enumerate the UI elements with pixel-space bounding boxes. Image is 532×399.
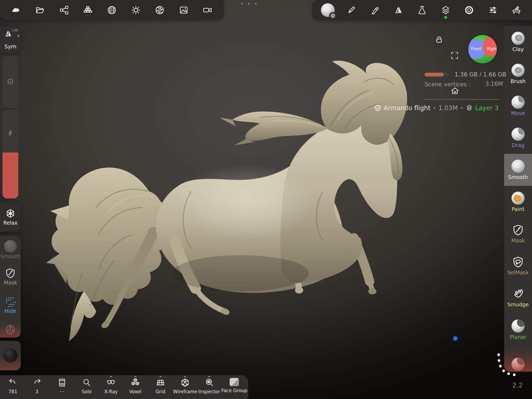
material-preview-panel[interactable] [0, 341, 21, 370]
redo-button[interactable]: 3 [25, 378, 49, 395]
quick-tools-panel: Smooth Mask Hide [0, 236, 21, 338]
paint-brush-icon [511, 192, 525, 205]
redo-count: 3 [36, 389, 39, 395]
quick-mask-label: Mask [4, 280, 17, 286]
memory-bar [425, 73, 449, 77]
facegroup-button[interactable]: Face Group [223, 378, 246, 394]
symmetry-toggle-panel[interactable]: L/W Sym [0, 27, 21, 53]
file-toolbar: ··· [0, 0, 224, 20]
radius-slider[interactable] [2, 56, 18, 108]
journal-icon [57, 378, 67, 387]
relax-web-icon [5, 208, 16, 219]
intensity-slider[interactable] [2, 110, 18, 198]
tool-brush[interactable]: Brush [504, 58, 532, 90]
facegroup-swatch-icon [230, 378, 239, 386]
grid-button[interactable]: Grid [149, 378, 172, 395]
magnifier-icon [82, 378, 91, 387]
wireframe-hex-icon [180, 378, 190, 387]
tool-smooth[interactable]: Smooth [504, 154, 532, 186]
layers-button[interactable] [438, 2, 454, 18]
painting-button[interactable] [367, 2, 383, 18]
tool-mask[interactable]: Mask [504, 218, 532, 250]
voxel-caret-icon[interactable] [134, 375, 137, 377]
lock-view-button[interactable] [431, 32, 447, 48]
undo-button[interactable]: 781 [1, 378, 25, 395]
voxel-cubes-icon [131, 378, 140, 387]
tool-planar[interactable]: Planar [504, 314, 532, 346]
object-dot-1: • [433, 105, 436, 111]
grid-icon [156, 378, 165, 387]
xray-caret-icon[interactable] [110, 375, 112, 377]
solo-button[interactable]: Solo [75, 378, 98, 395]
wireframe-caret-icon[interactable] [184, 375, 186, 377]
touch-indicator-dot [453, 336, 457, 341]
memory-bar-fill [425, 73, 444, 77]
stats-separator [425, 99, 498, 100]
grid-caret-icon[interactable] [159, 375, 162, 377]
current-brush-button[interactable] [320, 2, 336, 18]
inspector-caret-icon[interactable] [208, 375, 211, 377]
tool-paint[interactable]: Paint [504, 186, 532, 218]
brush-brush-icon [511, 64, 525, 77]
quick-mask-tool[interactable]: Mask [0, 268, 21, 286]
mask-shield-brush-icon [512, 224, 524, 236]
inspector-button[interactable]: Inspector [197, 378, 221, 395]
gear-icon [464, 5, 474, 15]
orientation-navball[interactable]: Front Right [468, 35, 497, 63]
share-nodes-icon [59, 5, 69, 15]
tool-drag-label: Drag [512, 142, 524, 148]
quick-smooth-tool[interactable]: Smooth [0, 240, 21, 259]
record-button[interactable] [200, 2, 215, 18]
postprocess-button[interactable] [152, 2, 168, 18]
voxel-button[interactable]: Voxel [124, 378, 147, 395]
stroke-more-indicator: ··· [349, 15, 354, 17]
interface-button[interactable]: ··· [485, 2, 501, 18]
xray-button[interactable]: X-Ray [99, 378, 123, 395]
gizmo-tool[interactable] [0, 324, 21, 336]
xray-label: X-Ray [104, 389, 118, 395]
wireframe-button[interactable]: Wireframe [173, 378, 197, 395]
history-button[interactable]: ··· [50, 378, 74, 395]
materials-button[interactable]: ··· [80, 2, 96, 18]
tool-smudge[interactable]: Smudge [504, 282, 532, 314]
tools-button[interactable] [508, 2, 524, 18]
active-layer-label[interactable]: Layer 3 [475, 104, 499, 112]
image-icon [179, 5, 189, 15]
tool-brush-label: Brush [511, 78, 526, 84]
active-object-row[interactable]: Armando flight • 1.03M • Layer 3 [374, 104, 499, 112]
fullscreen-button[interactable] [447, 48, 463, 63]
symmetry-button[interactable] [391, 2, 407, 18]
matcap-sphere-icon [107, 5, 117, 15]
files-button[interactable] [32, 2, 48, 18]
pencil-icon [346, 5, 356, 15]
scene-vertices-label: Scene vertices： [425, 81, 472, 88]
fullscreen-icon [450, 51, 459, 60]
tool-move[interactable]: Move [504, 90, 532, 122]
relax-tool-button[interactable]: Relax [0, 202, 21, 232]
horse-sculpture[interactable] [46, 61, 407, 341]
lighting-button[interactable] [128, 2, 144, 18]
sculpt-toolbar: ··· ··· [312, 0, 532, 20]
material-sphere-icon [3, 348, 17, 363]
brush-settings-badge[interactable] [329, 12, 336, 19]
render-image-button[interactable] [176, 2, 192, 18]
tool-planar-label: Planar [510, 334, 526, 340]
layer-green-icon [466, 104, 473, 111]
stroke-button[interactable]: ··· [343, 2, 359, 18]
tool-clay[interactable]: Clay [504, 26, 532, 58]
top-menu-dots[interactable]: • • • [241, 1, 259, 7]
folder-icon [35, 5, 45, 15]
quick-hide-label: Hide [4, 308, 16, 314]
app-logo-button[interactable] [8, 2, 24, 18]
share-button[interactable] [56, 2, 72, 18]
settings-button[interactable] [461, 2, 477, 18]
tool-clay-label: Clay [512, 46, 524, 52]
quick-hide-tool[interactable]: Hide [0, 296, 21, 314]
corner-dotted-arc-icon [492, 350, 522, 380]
matcap-button[interactable] [104, 2, 120, 18]
tool-drag[interactable]: Drag [504, 122, 532, 154]
tool-selmask[interactable]: SelMask [504, 250, 532, 282]
lab-button[interactable] [414, 2, 430, 18]
move-brush-icon [511, 96, 525, 109]
sym-expand-caret-icon[interactable] [18, 34, 20, 37]
